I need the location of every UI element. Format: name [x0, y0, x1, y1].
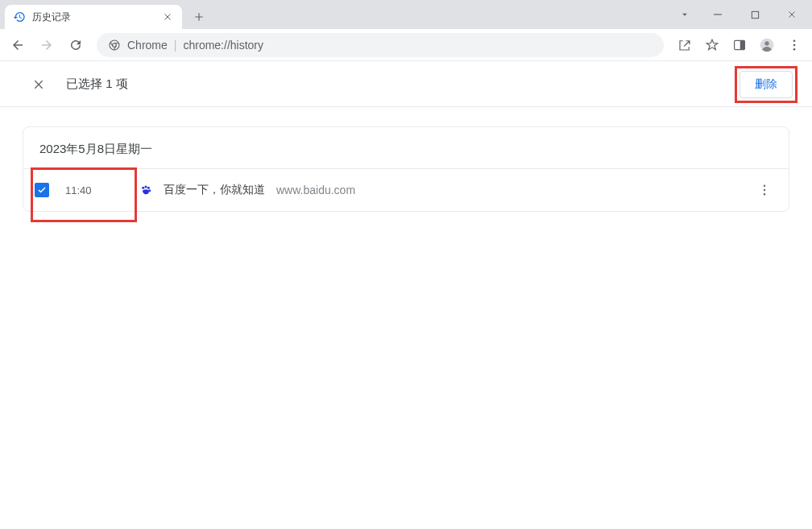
browser-tab[interactable]: 历史记录: [5, 5, 182, 29]
side-panel-button[interactable]: [727, 32, 752, 58]
svg-point-15: [764, 189, 765, 191]
maximize-button[interactable]: [736, 2, 773, 27]
back-button[interactable]: [5, 32, 31, 58]
window-titlebar: 历史记录: [0, 0, 812, 29]
history-content: 2023年5月8日星期一 11:40 百度一下，你就知道 www.baidu.c…: [0, 107, 812, 231]
close-window-button[interactable]: [773, 2, 810, 27]
chrome-logo-icon: [108, 39, 121, 52]
svg-point-6: [764, 41, 768, 45]
selection-bar: 已选择 1 项 删除: [0, 62, 812, 107]
history-entry-checkbox[interactable]: [35, 183, 49, 197]
selection-count-text: 已选择 1 项: [66, 76, 735, 92]
cancel-selection-button[interactable]: [27, 73, 50, 96]
history-entry-time: 11:40: [65, 184, 97, 196]
history-entry-title: 百度一下，你就知道: [164, 183, 265, 197]
forward-button[interactable]: [34, 32, 60, 58]
svg-point-11: [144, 185, 147, 188]
svg-point-16: [764, 193, 765, 195]
minimize-button[interactable]: [699, 2, 736, 27]
profile-button[interactable]: [754, 32, 780, 58]
tab-search-button[interactable]: [670, 2, 699, 27]
omnibox-separator: |: [174, 39, 177, 52]
omnibox-prefix: Chrome: [127, 39, 168, 52]
svg-point-9: [793, 48, 796, 50]
history-entry-row[interactable]: 11:40 百度一下，你就知道 www.baidu.com: [23, 169, 789, 211]
svg-point-10: [142, 187, 144, 189]
history-day-card: 2023年5月8日星期一 11:40 百度一下，你就知道 www.baidu.c…: [23, 126, 789, 212]
delete-button-highlight: 删除: [735, 66, 798, 103]
reload-button[interactable]: [63, 32, 89, 58]
history-icon: [13, 10, 26, 23]
tab-close-icon[interactable]: [161, 10, 174, 23]
browser-toolbar: Chrome | chrome://history: [0, 29, 812, 61]
share-button[interactable]: [672, 32, 698, 58]
tab-title: 历史记录: [32, 10, 155, 24]
browser-menu-button[interactable]: [781, 32, 807, 58]
delete-button[interactable]: 删除: [740, 71, 793, 98]
new-tab-button[interactable]: [187, 5, 211, 29]
history-entry-domain: www.baidu.com: [276, 184, 355, 196]
history-entry-menu-button[interactable]: [755, 180, 774, 200]
history-date-heading: 2023年5月8日星期一: [23, 127, 789, 169]
svg-point-7: [793, 39, 796, 42]
omnibox-url: chrome://history: [183, 39, 263, 52]
svg-rect-4: [740, 40, 745, 49]
address-bar[interactable]: Chrome | chrome://history: [97, 33, 664, 57]
svg-point-8: [793, 43, 796, 46]
checkmark-icon: [37, 185, 47, 195]
baidu-favicon-icon: [139, 184, 152, 196]
bookmark-button[interactable]: [699, 32, 725, 58]
svg-rect-0: [752, 11, 758, 18]
window-controls: [670, 0, 812, 29]
svg-point-12: [147, 187, 150, 189]
svg-point-14: [764, 185, 765, 187]
